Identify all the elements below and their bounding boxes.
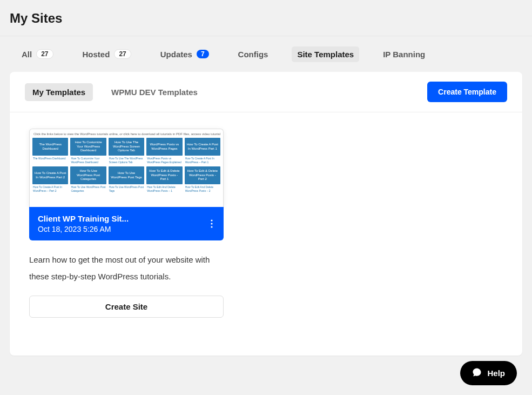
svg-point-0 xyxy=(211,219,212,221)
tab-all-label: All xyxy=(22,50,32,59)
thumb-sub: WordPress Posts vs WordPress Pages Expla… xyxy=(146,156,182,165)
panel-header: My Templates WPMU DEV Templates Create T… xyxy=(10,72,522,112)
svg-point-1 xyxy=(211,223,212,224)
thumb-tile: WordPress Posts vs WordPress Pages xyxy=(146,138,182,156)
tab-site-templates[interactable]: Site Templates xyxy=(292,46,359,62)
svg-point-2 xyxy=(211,226,212,227)
thumb-tile: How To Create A Post In WordPress Part 2 xyxy=(32,166,68,184)
subtab-my-templates[interactable]: My Templates xyxy=(25,83,93,101)
thumb-tile: How To Use The WordPress Screen Options … xyxy=(109,138,144,156)
thumb-tile: How To Use WordPress Post Tags xyxy=(109,166,144,184)
create-template-button[interactable]: Create Template xyxy=(427,82,507,102)
thumbnail-intro-text: Click the links below to view the WordPr… xyxy=(33,132,220,136)
thumb-tile: How To Edit & Delete WordPress Posts - P… xyxy=(146,166,182,184)
help-label: Help xyxy=(487,369,505,378)
thumb-tile: How To Customize Your WordPress Dashboar… xyxy=(70,138,106,156)
tab-all-count: 27 xyxy=(36,49,53,59)
help-button[interactable]: Help xyxy=(460,361,517,385)
tab-site-templates-label: Site Templates xyxy=(297,50,354,59)
create-site-button[interactable]: Create Site xyxy=(29,296,224,318)
tab-updates-count: 7 xyxy=(197,50,209,58)
tab-hosted-count: 27 xyxy=(114,49,131,59)
template-title: Client WP Training Sit... xyxy=(38,214,129,223)
tab-hosted-label: Hosted xyxy=(83,50,110,59)
template-title-bar: Client WP Training Sit... Oct 18, 2023 5… xyxy=(29,207,224,240)
thumb-sub: How To Create A Post In WordPress – Part… xyxy=(185,156,220,165)
thumb-sub: How To Use WordPress Post Tags xyxy=(109,184,144,193)
tab-all[interactable]: All 27 xyxy=(16,46,59,62)
chat-icon xyxy=(472,367,482,379)
templates-panel: My Templates WPMU DEV Templates Create T… xyxy=(10,72,522,356)
tab-configs[interactable]: Configs xyxy=(233,46,274,62)
thumb-sub: How To Edit And Delete WordPress Posts –… xyxy=(146,184,182,193)
thumb-tile: How To Use WordPress Post Categories xyxy=(70,166,106,184)
tab-ip-banning[interactable]: IP Banning xyxy=(378,46,430,62)
subtab-wpmu-dev-templates[interactable]: WPMU DEV Templates xyxy=(104,83,205,101)
template-thumbnail: Click the links below to view the WordPr… xyxy=(29,129,224,207)
tab-ip-banning-label: IP Banning xyxy=(383,50,425,59)
template-description: Learn how to get the most out of your we… xyxy=(29,240,224,296)
thumb-sub: How To Use WordPress Post Categories xyxy=(70,184,106,193)
tab-updates[interactable]: Updates 7 xyxy=(155,46,214,62)
thumb-tile: How To Edit & Delete WordPress Posts - P… xyxy=(185,166,220,184)
page-title: My Sites xyxy=(0,0,532,36)
thumb-sub: How To Edit And Delete WordPress Posts –… xyxy=(185,184,220,193)
tab-configs-label: Configs xyxy=(238,50,268,59)
thumb-tile: How To Create A Post In WordPress Part 1 xyxy=(185,138,220,156)
template-card: Click the links below to view the WordPr… xyxy=(29,129,224,318)
templates-grid: Click the links below to view the WordPr… xyxy=(10,112,522,334)
thumb-tile: The WordPress Dashboard xyxy=(32,138,68,156)
main-tabs: All 27 Hosted 27 Updates 7 Configs Site … xyxy=(0,36,532,72)
tab-hosted[interactable]: Hosted 27 xyxy=(77,46,137,62)
template-menu-button[interactable] xyxy=(208,219,215,228)
template-date: Oct 18, 2023 5:26 AM xyxy=(38,225,129,233)
thumb-sub: How To Customize Your WordPress Dashboar… xyxy=(70,156,106,165)
tab-updates-label: Updates xyxy=(160,50,192,59)
thumb-sub: The WordPress Dashboard xyxy=(32,156,68,165)
template-subtabs: My Templates WPMU DEV Templates xyxy=(25,83,205,101)
more-vertical-icon xyxy=(211,219,213,228)
thumb-sub: How To Use The WordPress Screen Options … xyxy=(109,156,144,165)
thumb-sub: How To Create A Post In WordPress – Part… xyxy=(32,184,68,193)
